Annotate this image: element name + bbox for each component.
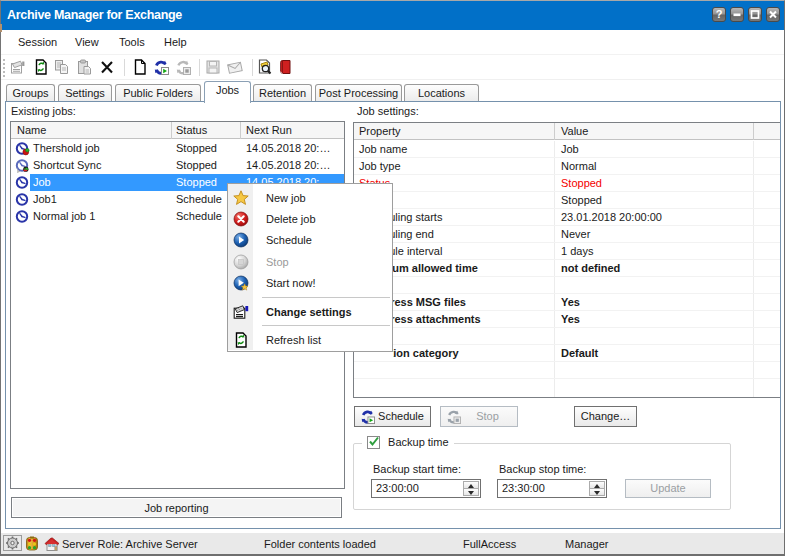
svg-text:?: ? bbox=[716, 8, 723, 20]
